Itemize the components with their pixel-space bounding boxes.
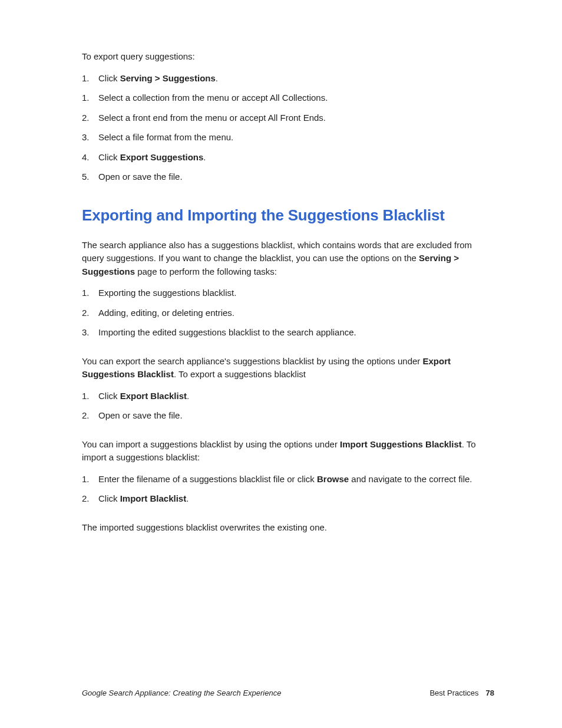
blacklist-tasks: 1.Exporting the suggestions blacklist. 2…: [82, 286, 494, 340]
step-number: 2.: [82, 307, 98, 320]
list-item: 2.Open or save the file.: [82, 409, 494, 423]
step-number: 2.: [82, 409, 98, 423]
step-number: 4.: [82, 151, 98, 164]
page-number: 78: [486, 689, 494, 697]
export-blacklist-intro: You can export the search appliance's su…: [82, 355, 494, 381]
step-text: Open or save the file.: [98, 170, 494, 184]
list-item: 1.Enter the filename of a suggestions bl…: [82, 473, 494, 486]
step-text: Select a collection from the menu or acc…: [98, 91, 494, 105]
export-intro: To export query suggestions:: [82, 50, 494, 64]
list-item: 5.Open or save the file.: [82, 170, 494, 184]
footer-doc-title: Google Search Appliance: Creating the Se…: [82, 687, 281, 699]
blacklist-intro: The search appliance also has a suggesti…: [82, 239, 494, 279]
step-number: 2.: [82, 111, 98, 125]
step-number: 2.: [82, 492, 98, 506]
list-item: 1.Select a collection from the menu or a…: [82, 91, 494, 105]
list-item: 1.Exporting the suggestions blacklist.: [82, 286, 494, 300]
step-number: 3.: [82, 326, 98, 340]
list-item: 1.Click Export Blacklist.: [82, 390, 494, 403]
step-text: Enter the filename of a suggestions blac…: [98, 473, 494, 486]
step-text: Click Export Suggestions.: [98, 151, 494, 164]
step-number: 1.: [82, 91, 98, 105]
list-item: 3.Select a file format from the menu.: [82, 131, 494, 144]
step-text: Click Import Blacklist.: [98, 492, 494, 506]
list-item: 3.Importing the edited suggestions black…: [82, 326, 494, 340]
step-number: 1.: [82, 473, 98, 486]
list-item: 4.Click Export Suggestions.: [82, 151, 494, 164]
step-text: Select a front end from the menu or acce…: [98, 111, 494, 125]
step-number: 5.: [82, 170, 98, 184]
step-text: Click Export Blacklist.: [98, 390, 494, 403]
step-text: Open or save the file.: [98, 409, 494, 423]
page-footer: Google Search Appliance: Creating the Se…: [82, 687, 494, 699]
export-blacklist-steps: 1.Click Export Blacklist. 2.Open or save…: [82, 390, 494, 423]
export-steps: 1.Click Serving > Suggestions. 1.Select …: [82, 72, 494, 184]
closing-note: The imported suggestions blacklist overw…: [82, 521, 494, 535]
step-text: Exporting the suggestions blacklist.: [98, 286, 494, 300]
page-content: To export query suggestions: 1.Click Ser…: [0, 0, 562, 534]
list-item: 1.Click Serving > Suggestions.: [82, 72, 494, 85]
step-number: 1.: [82, 390, 98, 403]
step-text: Click Serving > Suggestions.: [98, 72, 494, 85]
footer-section: Best Practices78: [429, 687, 494, 699]
step-text: Select a file format from the menu.: [98, 131, 494, 144]
list-item: 2.Click Import Blacklist.: [82, 492, 494, 506]
step-text: Adding, editing, or deleting entries.: [98, 307, 494, 320]
step-number: 1.: [82, 72, 98, 85]
step-text: Importing the edited suggestions blackli…: [98, 326, 494, 340]
list-item: 2.Adding, editing, or deleting entries.: [82, 307, 494, 320]
import-blacklist-steps: 1.Enter the filename of a suggestions bl…: [82, 473, 494, 506]
step-number: 1.: [82, 286, 98, 300]
section-heading: Exporting and Importing the Suggestions …: [82, 204, 494, 227]
import-blacklist-intro: You can import a suggestions blacklist b…: [82, 438, 494, 465]
step-number: 3.: [82, 131, 98, 144]
list-item: 2.Select a front end from the menu or ac…: [82, 111, 494, 125]
